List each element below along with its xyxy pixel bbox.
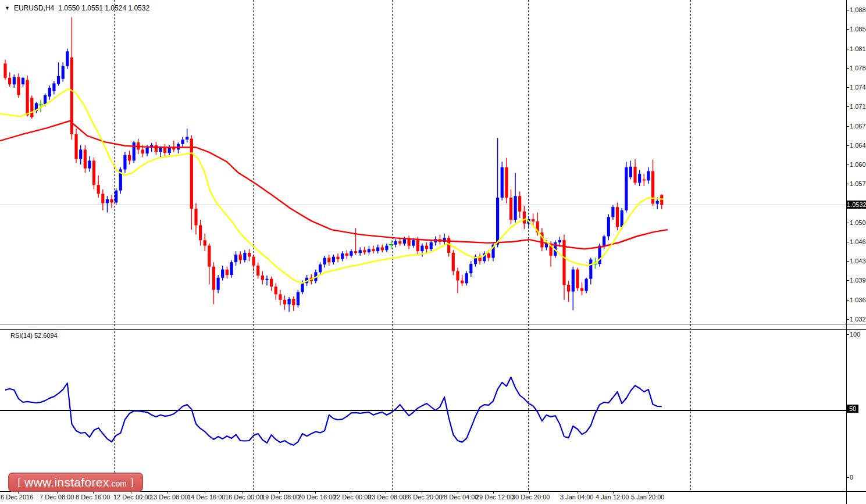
instaforex-watermark: [ www.instaforex .com ] xyxy=(8,473,143,492)
time-axis-label: 13 Dec 08:00 xyxy=(150,494,188,501)
price-axis-label: 1.0500 xyxy=(850,219,866,226)
time-axis-label: 22 Dec 00:00 xyxy=(333,494,371,501)
symbol-dropdown-icon[interactable]: ▼ xyxy=(5,5,10,12)
price-axis-label: 1.0325 xyxy=(850,316,866,323)
rsi-line xyxy=(5,377,662,445)
symbol-timeframe-label: EURUSD,H4 xyxy=(14,4,54,12)
price-axis-label: 1.0780 xyxy=(850,65,866,72)
rsi-indicator-label: RSI(14) 52.6094 xyxy=(10,332,58,339)
price-axis-label: 1.0395 xyxy=(850,277,866,284)
price-axis-label: 1.0570 xyxy=(850,180,866,187)
time-axis-label: 8 Dec 16:00 xyxy=(76,494,110,501)
watermark-domain-text: www.instaforex xyxy=(24,476,109,489)
price-axis-label: 1.0885 xyxy=(850,6,866,13)
time-axis-label: 26 Dec 20:00 xyxy=(404,494,442,501)
mt4-chart-window: ▼ EURUSD,H4 1.0550 1.0551 1.0524 1.0532 … xyxy=(0,0,866,504)
time-axis-label: 12 Dec 00:00 xyxy=(113,494,151,501)
price-axis-label: 1.0815 xyxy=(850,45,866,52)
ma-slow-line xyxy=(0,121,668,249)
price-axis-label: 1.0640 xyxy=(850,142,866,149)
rsi-level-badge: 50 xyxy=(847,405,858,413)
time-axis-label: 6 Dec 2016 xyxy=(1,494,33,501)
current-price-badge: 1.0532 xyxy=(847,201,866,209)
candlestick-layer xyxy=(3,17,663,312)
panel-borders xyxy=(0,0,866,504)
price-axis-label: 1.0360 xyxy=(850,296,866,303)
rsi-axis-label-100: 100 xyxy=(850,331,860,338)
price-axis-label: 1.0430 xyxy=(850,258,866,264)
rsi-axis-label-0: 0 xyxy=(850,474,853,481)
price-axis-label: 1.0850 xyxy=(850,26,866,33)
watermark-right-bracket: ] xyxy=(131,477,134,488)
time-axis-label: 29 Dec 12:00 xyxy=(476,494,514,501)
watermark-left-bracket: [ xyxy=(17,477,20,488)
price-axis-label: 1.0675 xyxy=(850,123,866,130)
time-axis-label: 3 Jan 04:00 xyxy=(560,494,594,501)
time-axis-label: 14 Dec 16:00 xyxy=(187,494,225,501)
chart-title: ▼ EURUSD,H4 1.0550 1.0551 1.0524 1.0532 xyxy=(5,4,149,12)
time-axis-label: 30 Dec 20:00 xyxy=(512,494,550,501)
price-axis-label: 1.0745 xyxy=(850,84,866,91)
time-axis-label: 16 Dec 00:00 xyxy=(225,494,263,501)
ohlc-values: 1.0550 1.0551 1.0524 1.0532 xyxy=(58,4,149,12)
time-axis-label: 19 Dec 08:00 xyxy=(262,494,300,501)
time-axis-label: 5 Jan 20:00 xyxy=(631,494,665,501)
time-axis-label: 4 Jan 12:00 xyxy=(596,494,629,501)
time-axis-label: 20 Dec 16:00 xyxy=(298,494,336,501)
watermark-tld-text: .com xyxy=(109,479,127,488)
chart-canvas[interactable] xyxy=(0,0,866,504)
price-axis-label: 1.0605 xyxy=(850,161,866,168)
time-axis-label: 7 Dec 08:00 xyxy=(40,494,74,501)
time-axis-label: 28 Dec 04:00 xyxy=(440,494,478,501)
price-axis-label: 1.0710 xyxy=(850,103,866,110)
time-axis-label: 23 Dec 08:00 xyxy=(368,494,406,501)
price-axis-label: 1.0465 xyxy=(850,238,866,245)
